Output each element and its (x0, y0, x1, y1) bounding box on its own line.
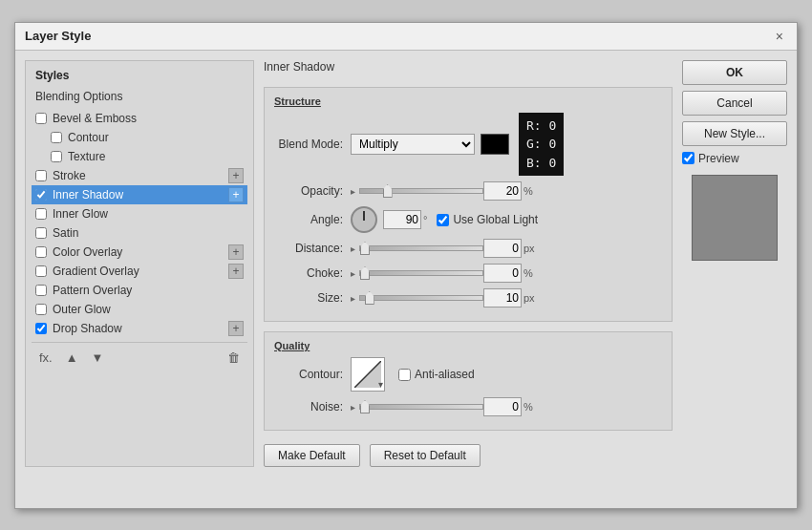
use-global-light-checkbox[interactable] (437, 214, 449, 226)
bottom-buttons: Make Default Reset to Default (264, 444, 673, 467)
satin-label: Satin (53, 226, 78, 240)
panel-title-label: Inner Shadow (264, 60, 673, 74)
dialog-title: Layer Style (25, 29, 91, 43)
inner-glow-label: Inner Glow (53, 207, 108, 221)
pattern-overlay-checkbox[interactable] (35, 285, 47, 296)
choke-slider-arrow: ▸ (351, 268, 355, 279)
layer-style-dialog: Layer Style × Styles Blending Options Be… (14, 22, 798, 509)
blend-mode-label: Blend Mode: (274, 138, 351, 151)
contour-dropdown-arrow: ▾ (378, 379, 383, 390)
opacity-input[interactable]: 20 (483, 181, 522, 201)
choke-label: Choke: (274, 266, 351, 280)
distance-slider-arrow: ▸ (351, 244, 355, 254)
distance-input[interactable]: 0 (483, 239, 522, 258)
distance-unit: px (524, 243, 535, 254)
anti-aliased-label[interactable]: Anti-aliased (398, 368, 475, 381)
stroke-add-button[interactable]: + (228, 168, 244, 183)
trash-icon: 🗑 (227, 350, 240, 365)
gradient-overlay-checkbox[interactable] (35, 265, 47, 277)
noise-unit: % (524, 401, 533, 413)
preview-label[interactable]: Preview (682, 152, 787, 165)
satin-checkbox[interactable] (35, 227, 47, 239)
size-input[interactable]: 10 (483, 288, 522, 307)
contour-svg (354, 361, 381, 388)
sidebar-item-contour[interactable]: Contour (32, 128, 247, 147)
fx-button[interactable]: fx. (35, 349, 56, 367)
distance-label: Distance: (274, 242, 351, 255)
sidebar-item-inner-glow[interactable]: Inner Glow (32, 204, 247, 223)
gradient-overlay-label: Gradient Overlay (53, 265, 139, 278)
texture-label: Texture (68, 150, 105, 163)
angle-dial[interactable] (351, 206, 377, 233)
opacity-row: Opacity: ▸ 20 % (274, 181, 662, 201)
drop-shadow-add-button[interactable]: + (228, 321, 244, 336)
distance-slider[interactable] (359, 245, 483, 251)
sidebar-item-stroke[interactable]: Stroke + (32, 166, 247, 185)
new-style-button[interactable]: New Style... (682, 121, 787, 146)
blend-mode-select[interactable]: Multiply Normal Screen Overlay (351, 134, 475, 155)
reset-to-default-button[interactable]: Reset to Default (370, 444, 481, 467)
styles-panel: Styles Blending Options Bevel & Emboss C… (25, 60, 254, 468)
opacity-label: Opacity: (274, 184, 351, 198)
delete-button[interactable]: 🗑 (224, 349, 244, 367)
anti-aliased-checkbox[interactable] (398, 369, 411, 381)
inner-shadow-add-button[interactable]: + (228, 187, 244, 202)
use-global-light-label[interactable]: Use Global Light (437, 213, 538, 226)
opacity-slider-container: ▸ (351, 186, 483, 197)
opacity-slider[interactable] (359, 188, 483, 194)
sidebar-item-bevel[interactable]: Bevel & Emboss (32, 109, 247, 128)
sidebar-item-texture[interactable]: Texture (32, 147, 247, 166)
sidebar-item-inner-shadow[interactable]: Inner Shadow + (32, 185, 247, 204)
sidebar-item-pattern-overlay[interactable]: Pattern Overlay (32, 281, 247, 300)
drop-shadow-checkbox[interactable] (35, 323, 47, 334)
size-slider[interactable] (359, 295, 483, 301)
blend-color-swatch[interactable] (481, 134, 509, 155)
bevel-checkbox[interactable] (35, 113, 47, 124)
sidebar-item-gradient-overlay[interactable]: Gradient Overlay + (32, 262, 247, 281)
size-slider-arrow: ▸ (351, 293, 355, 304)
inner-glow-checkbox[interactable] (35, 208, 47, 220)
ok-button[interactable]: OK (682, 60, 787, 85)
color-overlay-checkbox[interactable] (35, 246, 47, 258)
make-default-button[interactable]: Make Default (264, 444, 360, 467)
styles-label: Styles (32, 67, 247, 84)
left-panel-bottom: fx. ▲ ▼ 🗑 (32, 342, 247, 372)
blending-options-label[interactable]: Blending Options (32, 88, 247, 105)
sidebar-item-satin[interactable]: Satin (32, 223, 247, 243)
noise-slider-container: ▸ (351, 402, 483, 413)
stroke-checkbox[interactable] (35, 170, 47, 181)
noise-slider[interactable] (359, 404, 483, 410)
color-overlay-label: Color Overlay (53, 245, 122, 259)
inner-shadow-checkbox[interactable] (35, 189, 47, 201)
fx-label: fx. (39, 350, 53, 365)
choke-input[interactable]: 0 (483, 264, 522, 283)
choke-slider[interactable] (359, 270, 483, 276)
sidebar-item-outer-glow[interactable]: Outer Glow (32, 300, 247, 319)
texture-checkbox[interactable] (51, 151, 62, 162)
opacity-unit: % (524, 185, 533, 197)
up-arrow-icon: ▲ (66, 350, 78, 365)
sidebar-item-drop-shadow[interactable]: Drop Shadow + (32, 319, 247, 338)
cancel-button[interactable]: Cancel (682, 91, 787, 116)
angle-line (363, 211, 365, 221)
preview-box (692, 175, 778, 261)
size-row: Size: ▸ 10 px (274, 288, 662, 307)
move-up-button[interactable]: ▲ (62, 349, 82, 367)
drop-shadow-label: Drop Shadow (53, 322, 122, 335)
angle-label: Angle: (274, 213, 351, 226)
choke-row: Choke: ▸ 0 % (274, 264, 662, 283)
distance-row: Distance: ▸ 0 px (274, 239, 662, 258)
preview-checkbox[interactable] (682, 152, 694, 164)
close-button[interactable]: × (772, 29, 787, 44)
contour-checkbox[interactable] (51, 132, 62, 143)
rgb-display: R: 0 G: 0 B: 0 (519, 113, 564, 177)
gradient-overlay-add-button[interactable]: + (228, 264, 244, 279)
angle-input[interactable]: 90 (383, 210, 421, 229)
move-down-button[interactable]: ▼ (88, 349, 108, 367)
color-overlay-add-button[interactable]: + (228, 244, 244, 260)
choke-unit: % (524, 267, 533, 279)
outer-glow-checkbox[interactable] (35, 304, 47, 315)
sidebar-item-color-overlay[interactable]: Color Overlay + (32, 243, 247, 262)
noise-input[interactable]: 0 (483, 397, 522, 416)
contour-preview[interactable]: ▾ (351, 357, 385, 392)
